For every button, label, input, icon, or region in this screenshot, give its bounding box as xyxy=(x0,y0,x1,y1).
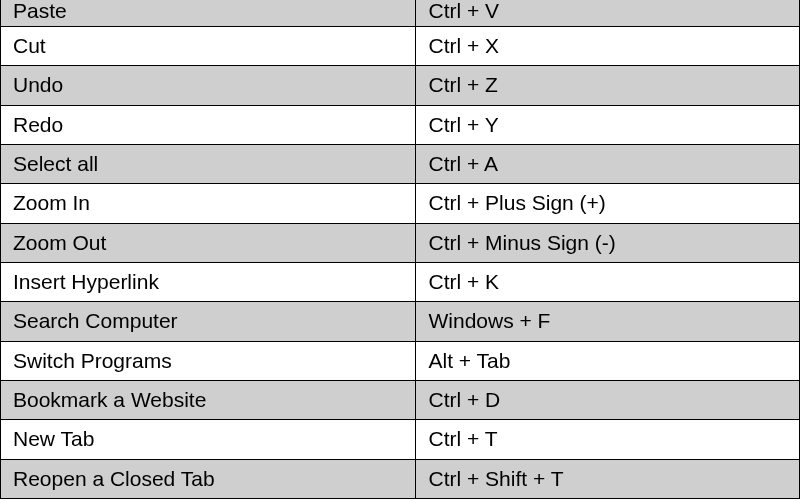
key-cell: Ctrl + Shift + T xyxy=(416,459,800,498)
action-cell: Search Computer xyxy=(1,302,416,341)
action-cell: Redo xyxy=(1,105,416,144)
table-row: RedoCtrl + Y xyxy=(1,105,800,144)
table-row: PasteCtrl + V xyxy=(1,0,800,27)
action-cell: Paste xyxy=(1,0,416,27)
action-cell: Zoom Out xyxy=(1,223,416,262)
key-cell: Ctrl + Z xyxy=(416,66,800,105)
table-row: Bookmark a WebsiteCtrl + D xyxy=(1,381,800,420)
table-row: Zoom OutCtrl + Minus Sign (-) xyxy=(1,223,800,262)
table-row: Zoom InCtrl + Plus Sign (+) xyxy=(1,184,800,223)
table-row: Select allCtrl + A xyxy=(1,145,800,184)
action-cell: Switch Programs xyxy=(1,341,416,380)
key-cell: Ctrl + T xyxy=(416,420,800,459)
key-cell: Ctrl + Minus Sign (-) xyxy=(416,223,800,262)
key-cell: Ctrl + X xyxy=(416,27,800,66)
key-cell: Ctrl + Plus Sign (+) xyxy=(416,184,800,223)
shortcuts-tbody: PasteCtrl + VCutCtrl + XUndoCtrl + ZRedo… xyxy=(1,0,800,499)
key-cell: Windows + F xyxy=(416,302,800,341)
key-cell: Ctrl + D xyxy=(416,381,800,420)
key-cell: Ctrl + A xyxy=(416,145,800,184)
table-row: UndoCtrl + Z xyxy=(1,66,800,105)
table-row: Search ComputerWindows + F xyxy=(1,302,800,341)
action-cell: Bookmark a Website xyxy=(1,381,416,420)
table-row: Insert HyperlinkCtrl + K xyxy=(1,263,800,302)
key-cell: Alt + Tab xyxy=(416,341,800,380)
action-cell: Undo xyxy=(1,66,416,105)
key-cell: Ctrl + Y xyxy=(416,105,800,144)
action-cell: Insert Hyperlink xyxy=(1,263,416,302)
action-cell: Zoom In xyxy=(1,184,416,223)
action-cell: Cut xyxy=(1,27,416,66)
action-cell: New Tab xyxy=(1,420,416,459)
table-row: Switch ProgramsAlt + Tab xyxy=(1,341,800,380)
key-cell: Ctrl + K xyxy=(416,263,800,302)
table-row: Reopen a Closed TabCtrl + Shift + T xyxy=(1,459,800,498)
table-row: New TabCtrl + T xyxy=(1,420,800,459)
action-cell: Reopen a Closed Tab xyxy=(1,459,416,498)
key-cell: Ctrl + V xyxy=(416,0,800,27)
action-cell: Select all xyxy=(1,145,416,184)
table-row: CutCtrl + X xyxy=(1,27,800,66)
shortcuts-table: PasteCtrl + VCutCtrl + XUndoCtrl + ZRedo… xyxy=(0,0,800,499)
